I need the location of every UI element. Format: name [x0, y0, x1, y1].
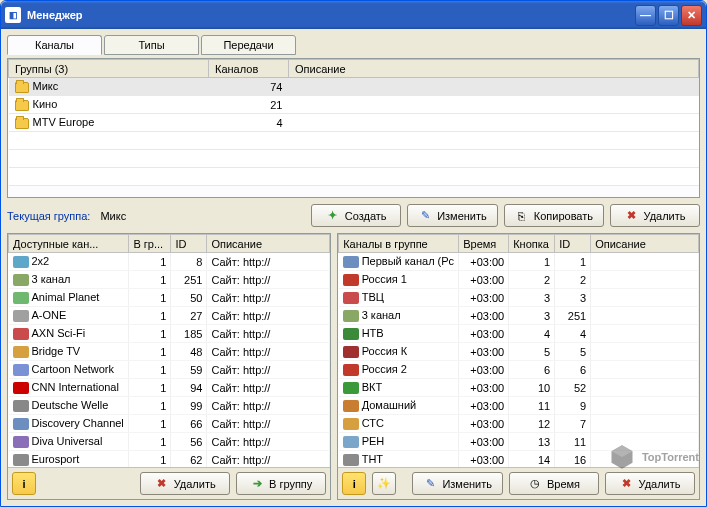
table-row[interactable]: Россия К+03:0055	[339, 343, 699, 361]
channel-icon	[343, 364, 359, 376]
table-row[interactable]: Россия 2+03:0066	[339, 361, 699, 379]
info-button-right[interactable]: i	[342, 472, 366, 495]
table-row[interactable]: A-ONE127Сайт: http://	[9, 307, 330, 325]
col-grp-desc[interactable]: Описание	[591, 235, 699, 253]
table-row[interactable]: Eurosport162Сайт: http://	[9, 451, 330, 468]
channel-icon	[343, 328, 359, 340]
groups-panel: Группы (3) Каналов Описание Микс74Кино21…	[7, 58, 700, 198]
col-avail-name[interactable]: Доступные кан...	[9, 235, 129, 253]
group-row[interactable]: Микс74	[9, 78, 699, 96]
current-group-label: Текущая группа:	[7, 210, 90, 222]
delete-group-button[interactable]: ✖ Удалить	[610, 204, 700, 227]
maximize-button[interactable]: ☐	[658, 5, 679, 26]
channel-icon	[343, 346, 359, 358]
channel-icon	[343, 274, 359, 286]
table-row[interactable]: ТНТ+03:001416	[339, 451, 699, 468]
col-groups[interactable]: Группы (3)	[9, 60, 209, 78]
col-grp-time[interactable]: Время	[459, 235, 509, 253]
to-group-button[interactable]: ➔ В группу	[236, 472, 326, 495]
cross-icon: ✖	[625, 209, 639, 223]
copy-button[interactable]: ⎘ Копировать	[504, 204, 604, 227]
close-button[interactable]: ✕	[681, 5, 702, 26]
table-row[interactable]: AXN Sci-Fi1185Сайт: http://	[9, 325, 330, 343]
folder-icon	[15, 82, 29, 93]
clock-icon: ◷	[528, 477, 542, 491]
col-desc[interactable]: Описание	[289, 60, 699, 78]
table-row[interactable]: CNN International194Сайт: http://	[9, 379, 330, 397]
col-grp-button[interactable]: Кнопка	[509, 235, 555, 253]
group-channels-pane: Каналы в группе Время Кнопка ID Описание…	[337, 233, 700, 500]
col-avail-desc[interactable]: Описание	[207, 235, 330, 253]
tab-strip: Каналы Типы Передачи	[7, 35, 700, 55]
table-row[interactable]: НТВ+03:0044	[339, 325, 699, 343]
delete-available-button[interactable]: ✖ Удалить	[140, 472, 230, 495]
channel-icon	[13, 382, 29, 394]
table-row[interactable]: Первый канал (Рс+03:0011	[339, 253, 699, 271]
info-button-left[interactable]: i	[12, 472, 36, 495]
table-row[interactable]: Discovery Channel166Сайт: http://	[9, 415, 330, 433]
folder-icon	[15, 118, 29, 129]
channel-icon	[343, 256, 359, 268]
col-channel-count[interactable]: Каналов	[209, 60, 289, 78]
window-title: Менеджер	[27, 9, 635, 21]
col-grp-id[interactable]: ID	[555, 235, 591, 253]
tab-types[interactable]: Типы	[104, 35, 199, 55]
channel-icon	[343, 310, 359, 322]
table-row[interactable]: Cartoon Network159Сайт: http://	[9, 361, 330, 379]
channel-icon	[13, 274, 29, 286]
edit-channel-button[interactable]: ✎ Изменить	[412, 472, 503, 495]
group-channels-table[interactable]: Каналы в группе Время Кнопка ID Описание…	[338, 234, 699, 467]
app-icon: ◧	[5, 7, 21, 23]
arrow-right-icon: ➔	[250, 477, 264, 491]
pencil-icon: ✎	[423, 477, 437, 491]
channel-icon	[13, 310, 29, 322]
channel-icon	[343, 418, 359, 430]
app-window: ◧ Менеджер — ☐ ✕ Каналы Типы Передачи Гр…	[0, 0, 707, 507]
time-button[interactable]: ◷ Время	[509, 472, 599, 495]
title-bar[interactable]: ◧ Менеджер — ☐ ✕	[1, 1, 706, 29]
current-group-row: Текущая группа: Микс ✦ Создать ✎ Изменит…	[7, 202, 700, 229]
channel-icon	[13, 436, 29, 448]
channel-icon	[13, 256, 29, 268]
group-row[interactable]: Кино21	[9, 96, 699, 114]
table-row[interactable]: СТС+03:00127	[339, 415, 699, 433]
table-row[interactable]: ТВЦ+03:0033	[339, 289, 699, 307]
channel-icon	[13, 328, 29, 340]
table-row[interactable]: Deutsche Welle199Сайт: http://	[9, 397, 330, 415]
table-row[interactable]: 2x218Сайт: http://	[9, 253, 330, 271]
table-row[interactable]: 3 канал1251Сайт: http://	[9, 271, 330, 289]
channel-icon	[343, 382, 359, 394]
group-row[interactable]: MTV Europe4	[9, 114, 699, 132]
edit-button[interactable]: ✎ Изменить	[407, 204, 498, 227]
table-row[interactable]: Diva Universal156Сайт: http://	[9, 433, 330, 451]
table-row[interactable]: Россия 1+03:0022	[339, 271, 699, 289]
groups-table[interactable]: Группы (3) Каналов Описание Микс74Кино21…	[8, 59, 699, 186]
channel-icon	[343, 454, 359, 466]
copy-icon: ⎘	[515, 209, 529, 223]
folder-icon	[15, 100, 29, 111]
available-channels-pane: Доступные кан... В гр... ID Описание 2x2…	[7, 233, 331, 500]
tab-programs[interactable]: Передачи	[201, 35, 296, 55]
col-avail-groups[interactable]: В гр...	[129, 235, 171, 253]
table-row[interactable]: 3 канал+03:003251	[339, 307, 699, 325]
table-row[interactable]: Bridge TV148Сайт: http://	[9, 343, 330, 361]
create-button[interactable]: ✦ Создать	[311, 204, 401, 227]
wand-button[interactable]: ✨	[372, 472, 396, 495]
channel-icon	[343, 436, 359, 448]
table-row[interactable]: РЕН+03:001311	[339, 433, 699, 451]
tab-channels[interactable]: Каналы	[7, 35, 102, 55]
channel-icon	[13, 418, 29, 430]
table-row[interactable]: Animal Planet150Сайт: http://	[9, 289, 330, 307]
channel-icon	[13, 364, 29, 376]
table-row[interactable]: Домашний+03:00119	[339, 397, 699, 415]
available-channels-table[interactable]: Доступные кан... В гр... ID Описание 2x2…	[8, 234, 330, 467]
channel-icon	[13, 400, 29, 412]
channel-icon	[343, 400, 359, 412]
minimize-button[interactable]: —	[635, 5, 656, 26]
col-grp-name[interactable]: Каналы в группе	[339, 235, 459, 253]
channel-icon	[13, 454, 29, 466]
channel-icon	[13, 292, 29, 304]
delete-channel-button[interactable]: ✖ Удалить	[605, 472, 695, 495]
table-row[interactable]: ВКТ+03:001052	[339, 379, 699, 397]
col-avail-id[interactable]: ID	[171, 235, 207, 253]
